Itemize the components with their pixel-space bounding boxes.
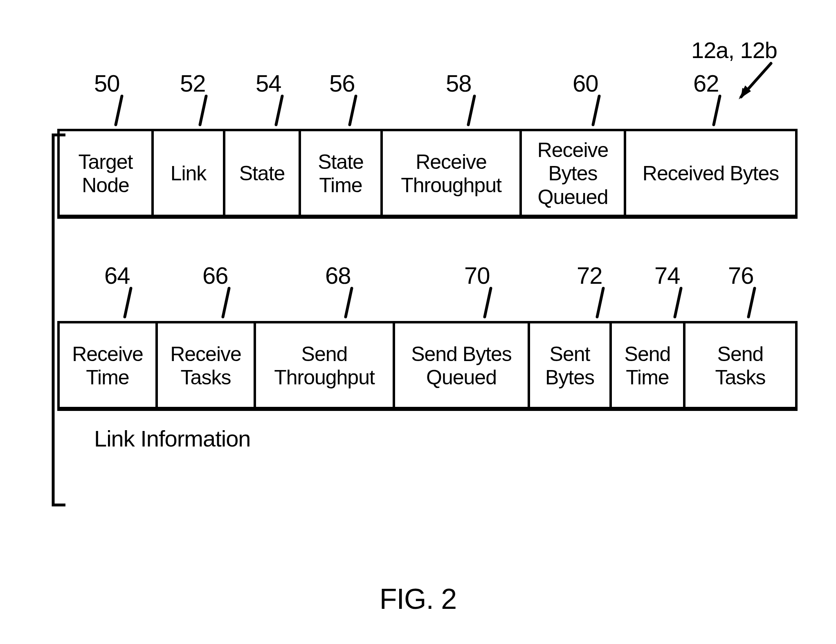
- tick-mark-icon: [483, 286, 495, 319]
- field-cell-send-time: Send Time: [612, 323, 685, 408]
- field-row-2-wrapper: 64 66 68 70 72 74 76 Receive Time Receiv…: [33, 321, 802, 411]
- field-cell-receive-throughput: Receive Throughput: [383, 131, 522, 216]
- tick-mark-icon: [595, 286, 607, 319]
- field-cell-sent-bytes: Sent Bytes: [530, 323, 612, 408]
- tick-mark-icon: [114, 94, 126, 127]
- tick-mark-icon: [591, 94, 603, 127]
- field-cell-link: Link: [154, 131, 225, 216]
- field-cell-state: State: [225, 131, 301, 216]
- tick-mark-icon: [344, 286, 356, 319]
- field-label: Receive Tasks: [164, 343, 248, 390]
- field-label: Receive Time: [65, 343, 150, 390]
- ref-number: 76: [728, 262, 754, 289]
- field-row: Receive Time Receive Tasks Send Throughp…: [57, 321, 798, 411]
- ref-number: 52: [180, 70, 206, 97]
- field-label: Send Throughput: [262, 343, 387, 390]
- field-cell-send-throughput: Send Throughput: [256, 323, 395, 408]
- ref-number: 54: [256, 70, 281, 97]
- field-label: Receive Throughput: [389, 150, 514, 197]
- ref-number: 74: [654, 262, 680, 289]
- field-cell-target-node: Target Node: [60, 131, 154, 216]
- tick-mark-icon: [746, 286, 759, 319]
- diagram-container: 12a, 12b 50 52 54 56 58 60 62 Target No: [33, 37, 802, 411]
- field-label: State: [239, 162, 285, 186]
- field-label: Send Bytes Queued: [401, 343, 522, 390]
- ref-number: 70: [464, 262, 490, 289]
- ref-number: 60: [573, 70, 598, 97]
- field-cell-received-bytes: Received Bytes: [626, 131, 795, 216]
- tick-mark-icon: [712, 94, 724, 127]
- caption-label: Link Information: [94, 425, 250, 452]
- tick-mark-icon: [348, 94, 360, 127]
- field-label: Sent Bytes: [536, 343, 604, 390]
- figure-label: FIG. 2: [380, 583, 456, 615]
- field-label: State Time: [307, 150, 375, 197]
- tick-mark-icon: [673, 286, 685, 319]
- field-cell-receive-bytes-queued: Receive Bytes Queued: [522, 131, 626, 216]
- field-cell-send-bytes-queued: Send Bytes Queued: [395, 323, 530, 408]
- field-cell-receive-time: Receive Time: [60, 323, 158, 408]
- ref-number: 62: [693, 70, 719, 97]
- ref-number: 64: [104, 262, 130, 289]
- field-cell-receive-tasks: Receive Tasks: [158, 323, 256, 408]
- field-label: Send Time: [618, 343, 677, 390]
- ref-number: 68: [325, 262, 351, 289]
- pointer-arrow-icon: [732, 59, 781, 108]
- field-label: Received Bytes: [643, 162, 779, 186]
- field-label: Link: [171, 162, 207, 186]
- field-label: Send Tasks: [691, 343, 789, 390]
- field-label: Target Node: [65, 150, 146, 197]
- field-row-1-wrapper: 50 52 54 56 58 60 62 Target Node Link St…: [33, 129, 802, 219]
- field-row: Target Node Link State State Time Receiv…: [57, 129, 798, 219]
- ref-number: 56: [329, 70, 355, 97]
- ref-number: 50: [94, 70, 120, 97]
- tick-mark-icon: [221, 286, 233, 319]
- tick-mark-icon: [466, 94, 479, 127]
- field-label: Receive Bytes Queued: [528, 139, 618, 209]
- tick-mark-icon: [123, 286, 135, 319]
- tick-mark-icon: [274, 94, 286, 127]
- field-cell-state-time: State Time: [301, 131, 383, 216]
- ref-number: 66: [202, 262, 228, 289]
- tick-mark-icon: [198, 94, 210, 127]
- ref-number: 58: [446, 70, 472, 97]
- field-cell-send-tasks: Send Tasks: [685, 323, 795, 408]
- ref-number: 72: [577, 262, 602, 289]
